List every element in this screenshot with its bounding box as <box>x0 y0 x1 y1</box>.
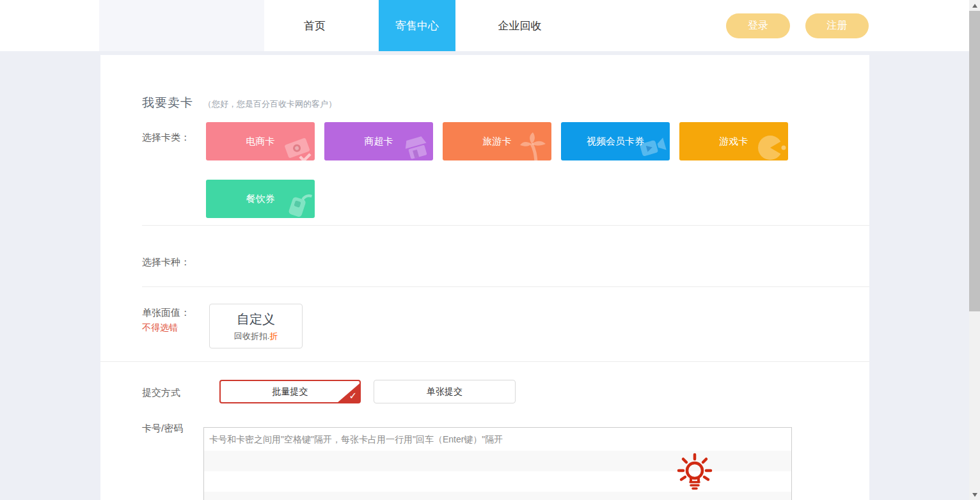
page-title: 我要卖卡 <box>142 95 193 111</box>
category-label: 商超卡 <box>365 136 393 148</box>
submit-option-label: 批量提交 <box>273 386 308 398</box>
face-value-option-title: 自定义 <box>237 311 275 328</box>
submit-option-label: 单张提交 <box>427 386 462 398</box>
nav-tab-consignment-center[interactable]: 寄售中心 <box>379 0 455 51</box>
card-input-area <box>203 427 792 500</box>
category-button-game[interactable]: 游戏卡 <box>679 122 788 160</box>
arrow-up-icon <box>972 4 977 8</box>
face-value-option-custom[interactable]: 自定义 回收折扣.折 <box>209 304 303 348</box>
category-label: 游戏卡 <box>720 136 748 148</box>
category-button-dining[interactable]: 餐饮券 <box>206 180 315 218</box>
face-value-warning: 不得选错 <box>142 322 178 334</box>
scrollbar-thumb[interactable] <box>969 11 980 311</box>
palm-tree-icon <box>519 132 550 160</box>
sell-card-panel: 我要卖卡 （您好，您是百分百收卡网的客户） 选择卡类： 电商卡 商超卡 <box>100 55 869 500</box>
scrollbar-up-button[interactable] <box>969 0 980 11</box>
discount-prefix: 回收折扣. <box>234 331 270 341</box>
drink-cup-icon <box>283 190 313 218</box>
scrollbar <box>969 0 980 500</box>
supermarket-icon <box>401 132 432 160</box>
card-type-label: 选择卡种： <box>142 256 190 269</box>
title-row: 我要卖卡 （您好，您是百分百收卡网的客户） <box>142 95 336 111</box>
category-label: 电商卡 <box>246 136 275 148</box>
submit-method-label: 提交方式 <box>142 387 180 399</box>
header: 首页 寄售中心 企业回收 登录 注册 <box>0 0 969 51</box>
submit-option-batch[interactable]: 批量提交 ✓ <box>219 380 361 403</box>
card-numbers-textarea[interactable] <box>204 428 791 500</box>
card-category-label: 选择卡类： <box>142 132 190 144</box>
page: 首页 寄售中心 企业回收 登录 注册 我要卖卡 （您好，您是百分百收卡网的客户）… <box>0 0 980 500</box>
category-label: 餐饮券 <box>246 193 275 205</box>
discount-highlight: 折 <box>269 331 278 341</box>
scrollbar-down-button[interactable] <box>969 489 980 500</box>
category-label: 旅游卡 <box>483 136 512 148</box>
submit-option-single[interactable]: 单张提交 <box>374 380 516 403</box>
divider <box>142 225 869 226</box>
check-icon: ✓ <box>349 390 357 402</box>
arrow-down-icon <box>972 493 977 497</box>
nav-tab-enterprise-recycle[interactable]: 企业回收 <box>475 0 565 51</box>
category-label: 视频会员卡券 <box>587 136 644 148</box>
category-button-supermarket[interactable]: 商超卡 <box>324 122 433 160</box>
divider <box>142 286 869 287</box>
face-value-label: 单张面值： <box>142 307 190 319</box>
category-button-travel[interactable]: 旅游卡 <box>443 122 551 160</box>
ecommerce-card-icon <box>283 132 313 160</box>
login-button[interactable]: 登录 <box>726 13 790 38</box>
logo-placeholder <box>99 0 264 51</box>
section-divider <box>100 361 869 362</box>
category-button-ecommerce[interactable]: 电商卡 <box>206 122 315 160</box>
face-value-discount: 回收折扣.折 <box>234 331 278 342</box>
register-button[interactable]: 注册 <box>805 13 869 38</box>
customer-greeting: （您好，您是百分百收卡网的客户） <box>203 98 336 110</box>
card-number-label: 卡号/密码 <box>142 423 183 435</box>
pacman-icon <box>756 132 787 160</box>
category-button-video-membership[interactable]: 视频会员卡券 <box>561 122 670 160</box>
nav-tab-home[interactable]: 首页 <box>264 0 365 51</box>
